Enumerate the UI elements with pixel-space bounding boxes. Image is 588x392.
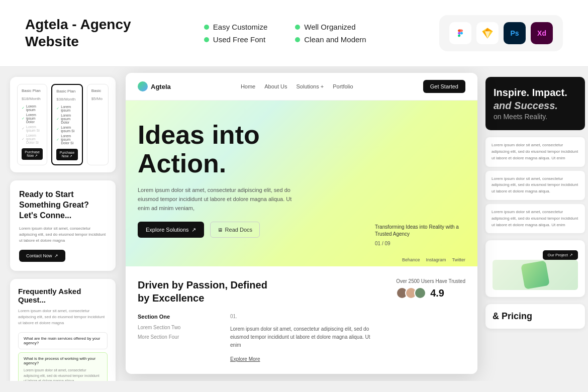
header: Agtela - Agency Website Easy Customize W… xyxy=(0,0,588,67)
dot-icon xyxy=(295,37,300,42)
feature-item-disabled: Lorem ipsum Si xyxy=(22,125,43,132)
feature-item: Lorem ipsum xyxy=(22,105,43,112)
faq-item-1[interactable]: What are the main services offered by yo… xyxy=(18,332,108,349)
purchase-button[interactable]: Purchase Now ↗ xyxy=(56,149,77,160)
features-list: Easy Customize Well Organized Used Free … xyxy=(204,23,366,44)
explore-more-link[interactable]: Explore More xyxy=(230,356,381,362)
nav-home[interactable]: Home xyxy=(241,83,255,89)
explore-solutions-button[interactable]: Explore Solutions ↗ xyxy=(138,222,204,238)
main-content: Basic Plan $18/Month Lorem ipsum Lorem i… xyxy=(0,67,588,381)
nav-logo: Agtela xyxy=(138,81,171,91)
portfolio-image-inner xyxy=(521,260,550,289)
section-desc-block: 01. Lorem ipsum dolor sit amet, consecte… xyxy=(230,314,381,362)
social-twitter[interactable]: Twitter xyxy=(452,257,465,262)
tool-icons-group: Ps Xd xyxy=(439,15,563,51)
cta-description: Lorem ipsum dolor sit amet, consectetur … xyxy=(19,226,107,244)
portfolio-image xyxy=(493,260,578,290)
faq-question: What is the process of working with your… xyxy=(24,356,102,365)
right-content-cards: Lorem ipsum dolor sit amet, consectetur … xyxy=(485,137,585,233)
logo-icon xyxy=(138,81,148,91)
dot-icon xyxy=(204,25,209,30)
price-card-small: Basic $5/Mo xyxy=(87,84,109,165)
purchase-button[interactable]: Purchase Now ↗ xyxy=(22,148,43,160)
feature-item: Lorem ipsum xyxy=(56,105,77,112)
about-title: Driven by Passion, Defined by Excellence xyxy=(138,278,268,305)
center-panel: Agtela Home About Us Solutions + Portfol… xyxy=(126,67,477,381)
hero-tagline: Transforming Ideas into Reality with a T… xyxy=(375,224,465,238)
section-list: Section One Lorem Section Two More Secti… xyxy=(138,314,218,362)
section-number: 01. xyxy=(230,314,381,319)
hero-description: Lorem ipsum dolor sit amet, consectetur … xyxy=(138,186,299,213)
pricing-cards: Basic Plan $18/Month Lorem ipsum Lorem i… xyxy=(10,77,116,172)
feature-item: Lorem ipsum Dolor Si xyxy=(56,134,77,145)
feature-item: Lorem ipsum Dolor xyxy=(22,113,43,124)
portfolio-btn-row: Our Project ↗ xyxy=(493,250,578,260)
feature-clean-modern: Clean and Modern xyxy=(295,35,366,44)
nav-cta-button[interactable]: Get Started xyxy=(423,80,465,93)
feature-list: Lorem ipsum Lorem ipsum Dolor Lorem ipsu… xyxy=(22,105,43,144)
trust-row: 4.9 xyxy=(396,287,465,299)
nav-portfolio[interactable]: Portfolio xyxy=(333,83,353,89)
sections-row: Section One Lorem Section Two More Secti… xyxy=(138,314,465,362)
social-instagram[interactable]: Instagram xyxy=(426,257,446,262)
rating-value: 4.9 xyxy=(430,287,444,299)
plan-name: Basic xyxy=(91,88,104,93)
hero-socials: Behance Instagram Twitter xyxy=(402,257,465,262)
hero-side-content: Transforming Ideas into Reality with a T… xyxy=(375,224,465,246)
feature-well-organized: Well Organized xyxy=(295,23,366,31)
cta-title: Ready to Start Something Great? Let's Co… xyxy=(19,189,107,221)
section-description: Lorem ipsum dolor sit amet, consectetur … xyxy=(230,325,381,349)
nav-about[interactable]: About Us xyxy=(264,83,287,89)
faq-item-2[interactable]: What is the process of working with your… xyxy=(18,352,108,381)
content-text-2: Lorem ipsum dolor sit amet, consectetur … xyxy=(485,171,585,200)
faq-description: Lorem ipsum dolor sit amet, consectetur … xyxy=(18,308,108,326)
nav-solutions[interactable]: Solutions + xyxy=(296,83,324,89)
price-value: $5/Mo xyxy=(91,94,104,102)
right-hero-text: Inspire. Impact. xyxy=(494,86,577,99)
hero-counter: 01 / 09 xyxy=(375,241,465,246)
adobe-xd-icon: Xd xyxy=(531,22,553,44)
nav-links: Home About Us Solutions + Portfolio xyxy=(241,83,353,89)
feature-item-disabled: Lorem ipsum Dolor Si xyxy=(22,134,43,144)
pricing-section-card: & Pricing xyxy=(485,304,585,329)
our-project-button[interactable]: Our Project ↗ xyxy=(543,250,578,260)
cta-card: Ready to Start Something Great? Let's Co… xyxy=(10,180,116,271)
contact-button[interactable]: Contact Now ↗ xyxy=(19,250,65,262)
read-docs-button[interactable]: 🖥 Read Docs xyxy=(210,222,260,238)
trust-block: Over 2500 Users Have Trusted 4.9 xyxy=(396,278,465,299)
faq-title: Frequently Asked Quest... xyxy=(18,287,108,304)
section-four: More Section Four xyxy=(138,334,218,340)
right-panel: Inspire. Impact. and Success. on Meets R… xyxy=(477,67,588,381)
feature-item: Lorem ipsum Si xyxy=(56,126,77,133)
content-text-1: Lorem ipsum dolor sit amet, consectetur … xyxy=(485,137,585,166)
dot-icon xyxy=(204,37,209,42)
faq-answer: Lorem ipsum dolor sit amet, consectetur … xyxy=(24,368,102,381)
feature-used-free-font: Used Free Font xyxy=(204,35,275,44)
price-value: $18/Month xyxy=(22,94,43,102)
website-preview: Agtela Home About Us Solutions + Portfol… xyxy=(126,73,477,374)
social-behance[interactable]: Behance xyxy=(402,257,420,262)
price-card-highlight: Basic Plan $38/Month Lorem ipsum Lorem i… xyxy=(51,84,82,165)
sketch-icon xyxy=(476,22,499,44)
portfolio-card: Our Project ↗ xyxy=(485,240,585,297)
plan-name: Basic Plan xyxy=(56,89,77,93)
feature-list: Lorem ipsum Lorem ipsum Dolor Lorem ipsu… xyxy=(56,105,77,145)
faq-card: Frequently Asked Quest... Lorem ipsum do… xyxy=(10,279,116,381)
right-hero-normal: on Meets Reality. xyxy=(494,112,577,121)
about-section: Driven by Passion, Defined by Excellence… xyxy=(126,266,477,374)
feature-easy-customize: Easy Customize xyxy=(204,23,275,31)
page-title: Agtela - Agency Website xyxy=(25,16,131,50)
section-one-title: Section One xyxy=(138,314,218,320)
feature-item: Lorem ipsum Dolor xyxy=(56,114,77,124)
content-text-3: Lorem ipsum dolor sit amet, consectetur … xyxy=(485,204,585,233)
pricing-section-title: & Pricing xyxy=(493,311,578,322)
preview-navbar: Agtela Home About Us Solutions + Portfol… xyxy=(126,73,477,101)
price-value: $38/Month xyxy=(56,94,77,102)
hero-section: Ideas into Action. Lorem ipsum dolor sit… xyxy=(126,101,477,266)
avatars xyxy=(396,287,426,299)
price-card-basic: Basic Plan $18/Month Lorem ipsum Lorem i… xyxy=(17,84,47,165)
avatar-3 xyxy=(414,287,426,299)
right-hero-em: and Success. xyxy=(494,99,577,112)
dot-icon xyxy=(295,25,300,30)
right-hero-card: Inspire. Impact. and Success. on Meets R… xyxy=(485,77,585,130)
